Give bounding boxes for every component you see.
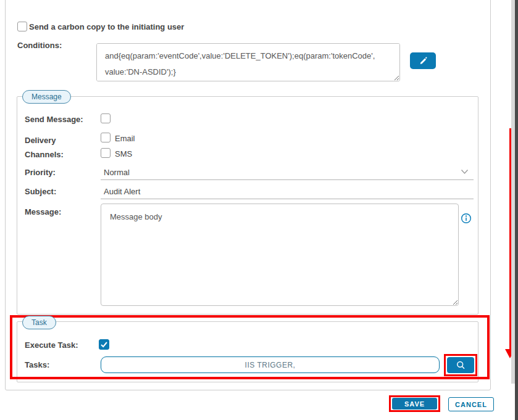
email-checkbox[interactable] xyxy=(101,133,111,142)
priority-select[interactable]: Normal xyxy=(101,165,474,180)
sms-checkbox[interactable] xyxy=(101,148,111,158)
cc-checkbox[interactable] xyxy=(17,22,27,31)
execute-task-label: Execute Task: xyxy=(25,340,78,350)
info-icon[interactable] xyxy=(461,213,472,224)
task-fieldset xyxy=(17,321,478,382)
sms-label: SMS xyxy=(115,149,132,159)
execute-task-checkbox[interactable] xyxy=(99,339,109,350)
priority-label: Priority: xyxy=(25,168,56,177)
pencil-icon xyxy=(419,56,428,65)
task-legend: Task xyxy=(22,316,56,329)
tasks-label: Tasks: xyxy=(25,360,49,369)
message-textarea[interactable]: Message body xyxy=(101,204,459,306)
send-message-label: Send Message: xyxy=(25,115,83,124)
cancel-button[interactable]: CANCEL xyxy=(448,397,494,411)
magnifier-icon xyxy=(456,360,466,371)
conditions-textarea[interactable]: and{eq(param:'eventCode',value:'DELETE_T… xyxy=(96,43,400,81)
check-icon xyxy=(99,340,109,349)
subject-input[interactable] xyxy=(101,184,474,199)
edit-conditions-button[interactable] xyxy=(410,52,436,69)
conditions-label: Conditions: xyxy=(17,41,62,50)
window-edge xyxy=(515,0,518,420)
email-label: Email xyxy=(115,134,135,143)
search-tasks-button[interactable] xyxy=(447,357,474,373)
cc-label: Send a carbon copy to the initiating use… xyxy=(29,22,184,31)
tasks-input[interactable] xyxy=(101,356,440,373)
message-label: Message: xyxy=(25,207,61,216)
priority-value: Normal xyxy=(101,165,130,179)
message-legend: Message xyxy=(22,90,71,104)
chevron-down-icon xyxy=(461,169,469,175)
save-button[interactable]: SAVE xyxy=(392,398,437,410)
subject-label: Subject: xyxy=(25,187,56,196)
delivery-channels-label: Delivery Channels: xyxy=(25,133,83,162)
send-message-checkbox[interactable] xyxy=(101,113,111,123)
